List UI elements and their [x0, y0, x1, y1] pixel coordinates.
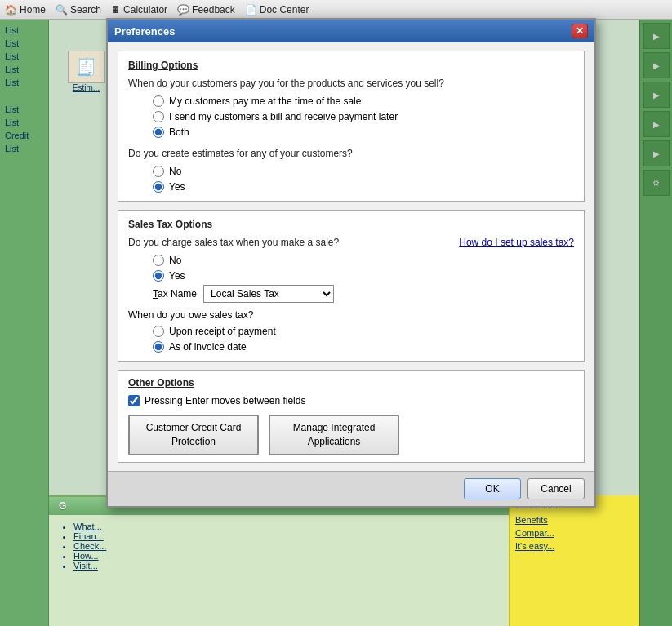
search-icon: 🔍	[56, 4, 68, 16]
billing-section: Billing Options When do your customers p…	[118, 51, 585, 202]
toolbar-doc-center[interactable]: 📄 Doc Center	[245, 4, 309, 16]
bottom-link-1[interactable]: What...	[73, 522, 102, 531]
sidebar-right-icon-6[interactable]: ⚙	[643, 170, 670, 196]
sidebar-link-3[interactable]: List	[3, 51, 45, 62]
estimate-radio-no[interactable]	[153, 166, 164, 177]
sidebar-right-icon-1[interactable]: ▶	[643, 23, 670, 49]
estimates-group: No Yes	[128, 166, 574, 193]
sales-tax-question: Do you charge sales tax when you make a …	[128, 237, 339, 248]
billing-question1: When do your customers pay you for the p…	[128, 78, 574, 89]
owe-question: When do you owe sales tax?	[128, 309, 574, 321]
tax-name-select[interactable]: Local Sales Tax State Sales Tax None	[203, 285, 334, 303]
payment-radio-both[interactable]	[153, 127, 164, 138]
estimate-option-no[interactable]: No	[153, 166, 574, 177]
bottom-link-3[interactable]: Check...	[73, 541, 106, 551]
toolbar-home[interactable]: 🏠 Home	[5, 4, 46, 16]
estimate-icon-btn[interactable]: 🧾 Estim...	[64, 51, 109, 118]
dialog-close-button[interactable]: ✕	[572, 24, 588, 38]
owe-tax-group: Upon receipt of payment As of invoice da…	[128, 326, 574, 353]
calculator-icon: 🖩	[111, 4, 121, 16]
dialog-content: Billing Options When do your customers p…	[108, 51, 594, 463]
other-options-section: Other Options Pressing Enter moves betwe…	[118, 370, 585, 463]
sidebar-link-9[interactable]: List	[3, 143, 45, 154]
other-options-buttons: Customer Credit Card Protection Manage I…	[128, 415, 574, 455]
payment-option-timeofsale[interactable]: My customers pay me at the time of the s…	[153, 95, 574, 107]
payment-option-billlater[interactable]: I send my customers a bill and receive p…	[153, 111, 574, 122]
sidebar-right-icon-4[interactable]: ▶	[643, 111, 670, 137]
sidebar-right-icon-2[interactable]: ▶	[643, 52, 670, 78]
manage-integrated-apps-button[interactable]: Manage Integrated Applications	[269, 415, 399, 455]
billing-question2: Do you create estimates for any of your …	[128, 148, 574, 159]
bottom-link-5[interactable]: Visit...	[73, 561, 98, 571]
sidebar-right: ▶ ▶ ▶ ▶ ▶ ⚙	[639, 20, 672, 626]
charge-tax-group: No Yes	[128, 255, 574, 282]
dialog-footer: OK Cancel	[108, 471, 594, 506]
cancel-button[interactable]: Cancel	[527, 478, 585, 499]
bottom-link-4[interactable]: How...	[73, 551, 99, 561]
tax-name-row: Tax Name Local Sales Tax State Sales Tax…	[128, 285, 574, 303]
toolbar: 🏠 Home 🔍 Search 🖩 Calculator 💬 Feedback …	[0, 0, 672, 20]
sales-tax-help-link[interactable]: How do I set up sales tax?	[459, 237, 574, 248]
sidebar-right-icon-5[interactable]: ▶	[643, 140, 670, 166]
consider-item-3[interactable]: It's easy...	[515, 541, 634, 551]
billing-section-title: Billing Options	[128, 60, 574, 71]
charge-tax-no[interactable]: No	[153, 255, 574, 266]
payment-radio-timeofsale[interactable]	[153, 95, 164, 107]
sidebar-link-1[interactable]: List	[3, 24, 45, 36]
consider-item-2[interactable]: Compar...	[515, 528, 634, 538]
consider-item-1[interactable]: Benefits	[515, 515, 634, 525]
dialog-titlebar: Preferences ✕	[108, 20, 594, 42]
charge-tax-yes[interactable]: Yes	[153, 270, 574, 282]
estimate-option-yes[interactable]: Yes	[153, 181, 574, 193]
enter-moves-fields-label: Pressing Enter moves between fields	[145, 395, 305, 406]
tax-name-label: Tax Name	[153, 288, 197, 300]
sales-tax-section: Sales Tax Options Do you charge sales ta…	[118, 210, 585, 362]
other-options-title: Other Options	[128, 377, 574, 388]
enter-moves-fields-checkbox-row[interactable]: Pressing Enter moves between fields	[128, 395, 574, 406]
sales-tax-question-row: Do you charge sales tax when you make a …	[128, 237, 574, 248]
payment-timing-group: My customers pay me at the time of the s…	[128, 95, 574, 138]
sidebar-link-4[interactable]: List	[3, 64, 45, 75]
sidebar-right-icon-3[interactable]: ▶	[643, 82, 670, 108]
sidebar-link-7[interactable]: List	[3, 117, 45, 128]
owe-tax-radio-receipt[interactable]	[153, 326, 164, 337]
owe-tax-receipt[interactable]: Upon receipt of payment	[153, 326, 574, 337]
toolbar-calculator[interactable]: 🖩 Calculator	[111, 4, 167, 16]
dialog-title: Preferences	[114, 25, 175, 38]
sales-tax-title: Sales Tax Options	[128, 219, 574, 230]
home-icon: 🏠	[5, 4, 17, 16]
estimate-radio-yes[interactable]	[153, 181, 164, 193]
bottom-link-2[interactable]: Finan...	[73, 531, 104, 541]
sidebar-link-6[interactable]: List	[3, 104, 45, 115]
toolbar-feedback[interactable]: 💬 Feedback	[177, 4, 235, 16]
feedback-icon: 💬	[177, 4, 189, 16]
charge-tax-radio-no[interactable]	[153, 255, 164, 266]
sidebar-link-2[interactable]: List	[3, 38, 45, 49]
owe-tax-radio-invoice[interactable]	[153, 341, 164, 353]
customer-credit-card-button[interactable]: Customer Credit Card Protection	[128, 415, 259, 455]
owe-tax-invoice[interactable]: As of invoice date	[153, 341, 574, 353]
charge-tax-radio-yes[interactable]	[153, 270, 164, 282]
sidebar-link-8[interactable]: Credit	[3, 130, 45, 141]
ok-button[interactable]: OK	[464, 478, 521, 499]
payment-option-both[interactable]: Both	[153, 127, 574, 138]
doc-icon: 📄	[245, 4, 257, 16]
toolbar-search[interactable]: 🔍 Search	[56, 4, 101, 16]
payment-radio-billlater[interactable]	[153, 111, 164, 122]
sidebar-link-5[interactable]: List	[3, 77, 45, 88]
consider-panel: Conside... Benefits Compar... It's easy.…	[509, 495, 639, 626]
enter-moves-fields-checkbox[interactable]	[128, 395, 140, 406]
sidebar-left: List List List List List List List Credi…	[0, 20, 49, 626]
preferences-dialog: Preferences ✕ Billing Options When do yo…	[106, 18, 596, 508]
